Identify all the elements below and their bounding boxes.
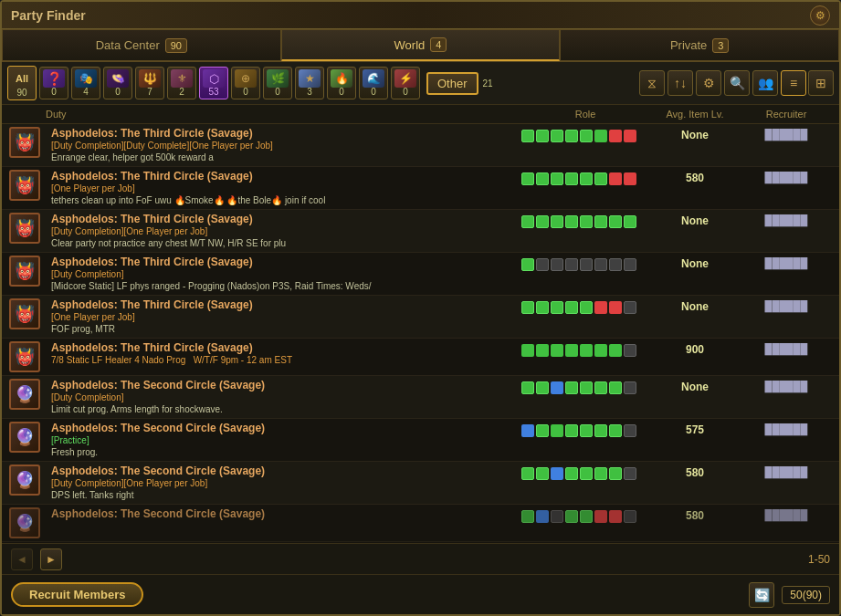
- table-row[interactable]: 🔮 Asphodelos: The Second Circle (Savage)…: [2, 419, 839, 462]
- filter-6[interactable]: ⬡ 53: [199, 67, 228, 99]
- table-row[interactable]: 👹 Asphodelos: The Third Circle (Savage) …: [2, 339, 839, 376]
- slot: [565, 130, 578, 142]
- recruiter-name: ██████: [741, 213, 832, 225]
- slot: [594, 130, 607, 142]
- slot: [580, 344, 593, 357]
- prev-page-btn[interactable]: ◄: [11, 548, 33, 570]
- persons-icon-btn[interactable]: 👥: [752, 70, 778, 96]
- recruiter-name: ██████: [741, 422, 832, 434]
- filter-1[interactable]: ❓ 0: [39, 67, 68, 99]
- close-button[interactable]: ⚙: [810, 5, 830, 26]
- role-slots: [521, 213, 649, 228]
- slot: [594, 301, 607, 314]
- filter-8[interactable]: 🌿 0: [263, 67, 292, 99]
- slot: [551, 467, 563, 480]
- duty-desc: FOF prog, MTR: [51, 323, 435, 335]
- duty-icon: 👹: [9, 298, 40, 329]
- col-role: Role: [521, 107, 649, 121]
- avg-ilvl: 900: [649, 341, 741, 356]
- slot: [624, 172, 636, 185]
- duty-icon: 🔮: [9, 507, 40, 538]
- slot: [536, 381, 549, 394]
- slot: [624, 215, 636, 228]
- filter-icon-2[interactable]: ↑↓: [668, 70, 693, 96]
- duty-tags: [Duty Completion][Duty Complete][One Pla…: [51, 140, 521, 151]
- slot: [594, 381, 607, 394]
- col-duty: Duty: [46, 107, 521, 121]
- refresh-button[interactable]: 🔄: [749, 582, 774, 608]
- slot: [580, 172, 593, 185]
- avg-ilvl: None: [649, 213, 741, 227]
- filter-4[interactable]: 🔱 7: [135, 67, 164, 99]
- role-slots: [521, 298, 649, 314]
- slot: [536, 301, 549, 314]
- filter-icon-1[interactable]: ⧖: [639, 70, 665, 96]
- slot: [565, 467, 578, 480]
- slot: [624, 344, 636, 357]
- tab-data-center[interactable]: Data Center 90: [2, 29, 281, 61]
- party-finder-window: Party Finder ⚙ Data Center 90 World 4 Pr…: [0, 0, 841, 616]
- table-row[interactable]: 👹 Asphodelos: The Third Circle (Savage) …: [2, 253, 839, 296]
- view-grid-btn[interactable]: ⊞: [808, 70, 834, 96]
- slot: [580, 381, 593, 394]
- slot: [551, 172, 563, 185]
- duty-name: Asphodelos: The Third Circle (Savage): [51, 298, 521, 311]
- table-row[interactable]: 🔮 Asphodelos: The Second Circle (Savage)…: [2, 462, 839, 505]
- role-slots: [521, 170, 649, 185]
- avg-ilvl: None: [649, 379, 741, 393]
- slot: [624, 424, 636, 437]
- table-row[interactable]: 👹 Asphodelos: The Third Circle (Savage) …: [2, 296, 839, 339]
- filter-11[interactable]: 🌊 0: [359, 67, 388, 99]
- slot: [565, 344, 578, 357]
- search-icon-btn[interactable]: 🔍: [724, 70, 750, 96]
- settings-icon-btn[interactable]: ⚙: [696, 70, 721, 96]
- filter-5[interactable]: ⚜ 2: [167, 67, 196, 99]
- filter-9[interactable]: ★ 3: [295, 67, 324, 99]
- slot: [565, 381, 578, 394]
- table-row[interactable]: 👹 Asphodelos: The Third Circle (Savage) …: [2, 167, 839, 210]
- duty-name: Asphodelos: The Second Circle (Savage): [51, 379, 521, 392]
- slot: [536, 258, 549, 271]
- avg-ilvl: 580: [649, 170, 741, 184]
- recruiter-name: ██████: [741, 465, 832, 477]
- slot: [565, 172, 578, 185]
- bottom-bar: ◄ ► 1-50: [2, 543, 839, 574]
- filter-3[interactable]: 👒 0: [103, 67, 132, 99]
- other-button[interactable]: Other: [426, 72, 478, 95]
- table-row[interactable]: 👹 Asphodelos: The Third Circle (Savage) …: [2, 210, 839, 253]
- duty-name: Asphodelos: The Third Circle (Savage): [51, 170, 521, 183]
- duty-icon: 🔮: [9, 465, 40, 496]
- page-nav: ◄ ►: [11, 548, 62, 570]
- tab-private[interactable]: Private 3: [560, 29, 839, 61]
- filter-7[interactable]: ⊕ 0: [231, 67, 260, 99]
- recruit-members-button[interactable]: Recruit Members: [11, 582, 143, 607]
- recruiter-name: ██████: [741, 341, 832, 354]
- table-row[interactable]: 🔮 Asphodelos: The Second Circle (Savage): [2, 505, 839, 542]
- slot: [594, 467, 607, 480]
- slot: [580, 258, 593, 271]
- tab-world[interactable]: World 4: [281, 29, 561, 61]
- next-page-btn[interactable]: ►: [40, 548, 62, 570]
- slot: [609, 510, 622, 523]
- filter-all[interactable]: All 90: [7, 66, 37, 100]
- slot: [609, 172, 622, 185]
- view-list-btn[interactable]: ≡: [781, 70, 806, 96]
- slot: [594, 424, 607, 437]
- table-row[interactable]: 🔮 Asphodelos: The Second Circle (Savage)…: [2, 376, 839, 419]
- duty-name: Asphodelos: The Third Circle (Savage): [51, 213, 521, 225]
- slot: [609, 344, 622, 357]
- role-slots: [521, 465, 649, 480]
- slot: [594, 510, 607, 523]
- slot: [609, 424, 622, 437]
- filter-10[interactable]: 🔥 0: [327, 67, 356, 99]
- table-row[interactable]: 👹 Asphodelos: The Third Circle (Savage) …: [2, 124, 839, 167]
- slot: [609, 301, 622, 314]
- duty-tags: [Duty Completion]: [51, 268, 521, 280]
- filter-12[interactable]: ⚡ 0: [391, 67, 420, 99]
- slot: [624, 510, 636, 523]
- duty-icon: 👹: [9, 170, 40, 201]
- slot: [536, 215, 549, 228]
- slot: [580, 301, 593, 314]
- duty-tags: [Duty Completion]: [51, 392, 521, 403]
- filter-2[interactable]: 🎭 4: [71, 67, 100, 99]
